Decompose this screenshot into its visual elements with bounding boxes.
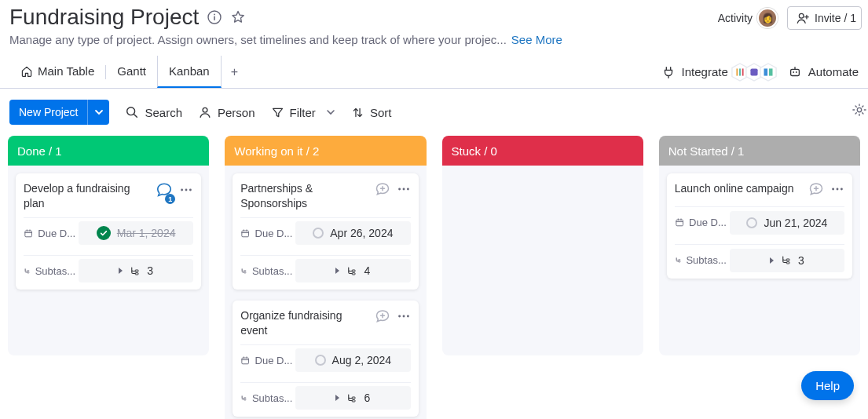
svg-rect-24 bbox=[27, 272, 29, 273]
due-date-label: Due D... bbox=[24, 228, 79, 239]
due-date-value[interactable]: Apr 26, 2024 bbox=[295, 221, 410, 245]
settings-icon[interactable] bbox=[852, 103, 866, 120]
column-header[interactable]: Stuck / 0 bbox=[442, 136, 643, 166]
due-date-value[interactable]: Jun 21, 2024 bbox=[730, 211, 844, 235]
robot-icon bbox=[788, 65, 802, 79]
svg-point-16 bbox=[127, 107, 135, 115]
add-tab-button[interactable]: + bbox=[222, 65, 247, 79]
svg-rect-31 bbox=[244, 270, 246, 271]
svg-rect-48 bbox=[679, 261, 680, 262]
svg-rect-11 bbox=[764, 68, 767, 75]
kanban-card[interactable]: Develop a fundraising plan1Due D...Mar 1… bbox=[16, 173, 201, 290]
subtasks-value[interactable]: 6 bbox=[295, 386, 410, 410]
invite-button[interactable]: Invite / 1 bbox=[787, 6, 862, 30]
kanban-card[interactable]: Partnerships & SponsorshipsDue D...Apr 2… bbox=[233, 173, 418, 290]
status-circle-icon bbox=[313, 228, 324, 239]
subtasks-label: Subtas... bbox=[240, 265, 295, 277]
automate-button[interactable]: Automate bbox=[788, 65, 859, 79]
due-date-label: Due D... bbox=[240, 228, 295, 239]
card-menu-icon[interactable] bbox=[397, 182, 411, 199]
svg-rect-6 bbox=[739, 68, 741, 75]
column-body[interactable]: Develop a fundraising plan1Due D...Mar 1… bbox=[8, 166, 209, 297]
svg-rect-13 bbox=[790, 69, 799, 75]
card-menu-icon[interactable] bbox=[179, 183, 193, 200]
page-title: Fundraising Project bbox=[9, 5, 199, 30]
chevron-down-icon bbox=[326, 107, 335, 117]
person-icon bbox=[198, 105, 212, 119]
integration-icons bbox=[734, 63, 777, 82]
see-more-link[interactable]: See More bbox=[511, 33, 562, 46]
due-date-value[interactable]: Mar 1, 2024 bbox=[79, 221, 193, 245]
activity-label: Activity bbox=[718, 12, 753, 24]
svg-point-36 bbox=[402, 315, 405, 317]
card-title[interactable]: Launch online campaign bbox=[675, 181, 804, 196]
column-body[interactable]: Launch online campaignDue D...Jun 21, 20… bbox=[659, 166, 860, 286]
tab-kanban[interactable]: Kanban bbox=[157, 56, 222, 88]
search-button[interactable]: Search bbox=[125, 105, 182, 119]
home-icon bbox=[20, 65, 33, 78]
add-chat-icon[interactable] bbox=[808, 181, 824, 200]
card-menu-icon[interactable] bbox=[830, 182, 844, 199]
activity-button[interactable]: Activity 👩 bbox=[718, 8, 778, 28]
card-title[interactable]: Develop a fundraising plan bbox=[24, 181, 151, 211]
card-title[interactable]: Partnerships & Sponsorships bbox=[240, 181, 369, 211]
tab-gantt[interactable]: Gantt bbox=[106, 56, 157, 88]
svg-rect-50 bbox=[786, 262, 789, 264]
svg-point-19 bbox=[181, 189, 183, 191]
svg-rect-25 bbox=[135, 270, 138, 271]
tab-main-table[interactable]: Main Table bbox=[9, 56, 105, 88]
svg-point-44 bbox=[837, 188, 839, 191]
subtasks-label: Subtas... bbox=[24, 265, 79, 277]
expand-icon bbox=[770, 257, 774, 264]
svg-rect-39 bbox=[244, 397, 246, 398]
svg-rect-2 bbox=[214, 16, 215, 21]
invite-label: Invite / 1 bbox=[815, 12, 856, 24]
svg-rect-40 bbox=[244, 399, 246, 399]
card-title[interactable]: Organize fundraising event bbox=[240, 308, 369, 338]
svg-rect-9 bbox=[750, 68, 757, 75]
svg-rect-32 bbox=[244, 272, 246, 273]
svg-rect-49 bbox=[786, 259, 789, 261]
kanban-column: Stuck / 0 bbox=[442, 136, 643, 355]
kanban-column: Not Started / 1Launch online campaignDue… bbox=[659, 136, 860, 355]
svg-point-37 bbox=[406, 315, 408, 317]
avatar[interactable]: 👩 bbox=[757, 8, 778, 28]
sort-button[interactable]: Sort bbox=[351, 106, 392, 119]
svg-point-28 bbox=[402, 188, 405, 191]
person-filter-button[interactable]: Person bbox=[198, 105, 255, 119]
filter-button[interactable]: Filter bbox=[271, 106, 335, 119]
add-chat-icon[interactable] bbox=[375, 308, 390, 327]
plug-icon bbox=[661, 65, 676, 79]
subtasks-value[interactable]: 3 bbox=[79, 259, 193, 282]
add-chat-icon[interactable] bbox=[375, 181, 390, 200]
due-date-value[interactable]: Aug 2, 2024 bbox=[295, 348, 410, 372]
kanban-card[interactable]: Organize fundraising eventDue D...Aug 2,… bbox=[233, 301, 418, 417]
svg-point-29 bbox=[406, 188, 408, 191]
filter-icon bbox=[271, 106, 284, 119]
chat-icon[interactable]: 1 bbox=[156, 181, 173, 202]
status-circle-icon bbox=[746, 217, 757, 228]
subtasks-value[interactable]: 4 bbox=[295, 259, 410, 282]
info-icon[interactable] bbox=[207, 9, 222, 25]
new-project-dropdown[interactable] bbox=[87, 100, 109, 125]
due-date-label: Due D... bbox=[240, 355, 295, 366]
due-date-label: Due D... bbox=[675, 217, 730, 228]
integrate-button[interactable]: Integrate bbox=[661, 63, 777, 82]
column-header[interactable]: Not Started / 1 bbox=[659, 136, 860, 166]
svg-point-18 bbox=[857, 107, 861, 111]
help-button[interactable]: Help bbox=[801, 371, 854, 400]
kanban-card[interactable]: Launch online campaignDue D...Jun 21, 20… bbox=[667, 173, 852, 279]
svg-point-1 bbox=[214, 14, 215, 16]
column-body[interactable] bbox=[442, 166, 643, 197]
star-icon[interactable] bbox=[230, 9, 246, 25]
svg-rect-46 bbox=[676, 220, 683, 226]
subtasks-value[interactable]: 3 bbox=[730, 249, 844, 272]
column-body[interactable]: Partnerships & SponsorshipsDue D...Apr 2… bbox=[225, 166, 426, 419]
new-project-button[interactable]: New Project bbox=[9, 100, 87, 125]
svg-rect-47 bbox=[679, 260, 680, 261]
column-header[interactable]: Done / 1 bbox=[8, 136, 209, 166]
card-menu-icon[interactable] bbox=[397, 309, 411, 326]
done-check-icon bbox=[97, 226, 111, 240]
column-header[interactable]: Working on it / 2 bbox=[225, 136, 426, 166]
sort-icon bbox=[351, 106, 364, 119]
